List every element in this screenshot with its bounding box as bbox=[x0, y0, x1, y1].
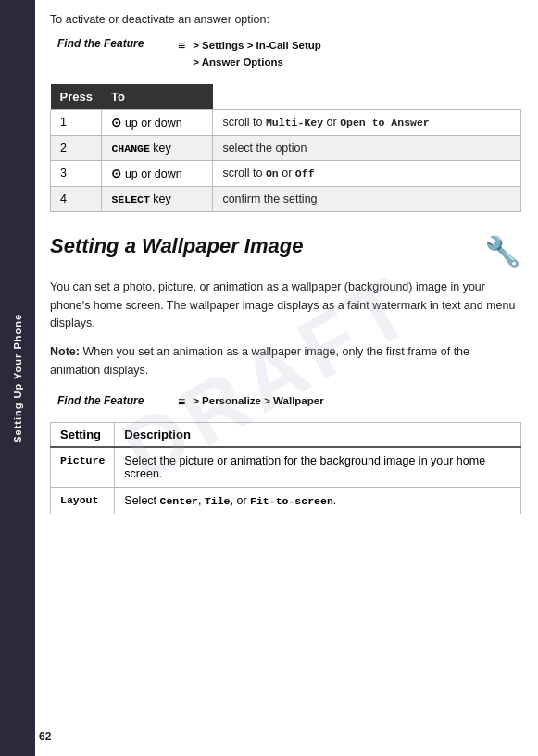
main-content: To activate or deactivate an answer opti… bbox=[35, 0, 538, 527]
step-num-4: 4 bbox=[51, 186, 102, 211]
section2-note: Note: When you set an animation as a wal… bbox=[50, 343, 521, 379]
step-action-2: CHANGE key bbox=[102, 135, 213, 160]
main-text-col: Setting a Wallpaper Image bbox=[50, 230, 473, 269]
find-feature-path-2: > Personalize > Wallpaper bbox=[193, 392, 323, 409]
intro-text: To activate or deactivate an answer opti… bbox=[50, 13, 521, 26]
menu-icon-2: ≡ bbox=[178, 394, 185, 409]
step-action-1: ⊙ up or down bbox=[102, 109, 213, 135]
settings-row-layout: Layout Select Center, Tile, or Fit-to-sc… bbox=[51, 488, 521, 514]
section2-body: You can set a photo, picture, or animati… bbox=[50, 279, 521, 332]
setting-name-layout: Layout bbox=[51, 488, 115, 514]
note-label: Note: bbox=[50, 345, 80, 358]
find-feature-row-2: Find the Feature ≡ > Personalize > Wallp… bbox=[50, 392, 521, 409]
col-to: To bbox=[102, 84, 213, 110]
settings-row-picture: Picture Select the picture or animation … bbox=[51, 447, 521, 488]
setting-desc-layout: Select Center, Tile, or Fit-to-screen. bbox=[115, 488, 521, 514]
table-row: 1 ⊙ up or down scroll to Multi-Key or Op… bbox=[51, 109, 521, 135]
instruction-table: Press To 1 ⊙ up or down scroll to Multi-… bbox=[50, 84, 521, 212]
settings-table: Setting Description Picture Select the p… bbox=[50, 422, 521, 514]
step-result-1: scroll to Multi-Key or Open to Answer bbox=[213, 109, 521, 135]
note-content: When you set an animation as a wallpaper… bbox=[50, 345, 469, 376]
setting-name-picture: Picture bbox=[51, 447, 115, 488]
col-press: Press bbox=[51, 84, 102, 110]
step-result-2: select the option bbox=[213, 135, 521, 160]
find-feature-label-2: Find the Feature bbox=[57, 394, 178, 407]
table-row: 3 ⊙ up or down scroll to On or Off bbox=[51, 160, 521, 186]
step-action-4: SELECT key bbox=[102, 186, 213, 211]
step-num-3: 3 bbox=[51, 160, 102, 186]
step-num-1: 1 bbox=[51, 109, 102, 135]
step-result-4: confirm the setting bbox=[213, 186, 521, 211]
setting-desc-picture: Select the picture or animation for the … bbox=[115, 447, 521, 488]
find-feature-label-1: Find the Feature bbox=[57, 37, 178, 50]
sidebar: Setting Up Your Phone bbox=[0, 0, 35, 756]
section2-header-area: Setting a Wallpaper Image 🔧 bbox=[50, 230, 521, 269]
table-row: 4 SELECT key confirm the setting bbox=[51, 186, 521, 211]
step-action-3: ⊙ up or down bbox=[102, 160, 213, 186]
section-heading: Setting a Wallpaper Image bbox=[50, 234, 473, 258]
settings-col1: Setting bbox=[51, 423, 115, 448]
find-feature-row-1: Find the Feature ≡ > Settings > In-Call … bbox=[50, 37, 521, 71]
find-feature-path-1: > Settings > In-Call Setup > Answer Opti… bbox=[193, 37, 321, 71]
menu-icon-1: ≡ bbox=[178, 38, 185, 53]
settings-col2: Description bbox=[115, 423, 521, 448]
sidebar-label: Setting Up Your Phone bbox=[12, 314, 23, 443]
icon-col: 🔧 bbox=[484, 230, 521, 269]
table-row: 2 CHANGE key select the option bbox=[51, 135, 521, 160]
step-num-2: 2 bbox=[51, 135, 102, 160]
step-result-3: scroll to On or Off bbox=[213, 160, 521, 186]
page-number: 62 bbox=[39, 730, 51, 743]
wrench-icon: 🔧 bbox=[484, 234, 521, 269]
